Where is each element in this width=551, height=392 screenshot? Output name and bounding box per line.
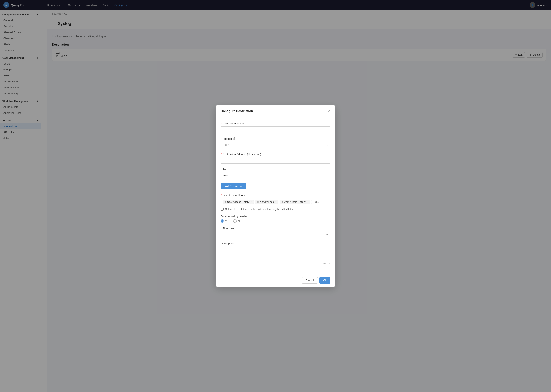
configure-destination-modal: Configure Destination × * Destination Na… (216, 105, 335, 287)
event-tag-admin-role-history: ⚙ Admin Role History × (280, 200, 310, 204)
modal-body: * Destination Name * Protocol i TCP UDP … (216, 117, 335, 274)
tag-close-user-access[interactable]: × (251, 201, 252, 203)
tag-label-user-access: User Access History (227, 201, 249, 203)
protocol-label: * Protocol i (221, 137, 330, 140)
modal-title: Configure Destination (221, 109, 253, 113)
timezone-field: * Timezone UTC America/New_York America/… (221, 227, 330, 238)
port-label: * Port (221, 168, 330, 171)
radio-no-input[interactable] (233, 219, 237, 223)
description-label: Description (221, 242, 330, 245)
tag-icon-activity: ⚙ (257, 201, 259, 203)
select-event-items-field: * Select Event Items ⚙ User Access Histo… (221, 194, 330, 211)
test-connection-group: Test Connection (221, 183, 330, 189)
destination-name-input[interactable] (221, 126, 330, 133)
destination-address-field: * Destination Address (Hostname) (221, 153, 330, 164)
tag-icon-user-access: ⚙ (224, 201, 226, 203)
protocol-select[interactable]: TCP UDP TLS (221, 142, 330, 148)
destination-address-input[interactable] (221, 157, 330, 164)
event-tag-activity-logs: ⚙ Activity Logs × (255, 200, 278, 204)
tag-close-activity[interactable]: × (275, 201, 276, 203)
timezone-select-wrapper: UTC America/New_York America/Los_Angeles… (221, 231, 330, 238)
tag-close-admin-role[interactable]: × (307, 201, 308, 203)
required-star-protocol: * (221, 137, 222, 140)
select-all-checkbox-row: Select all event items, including those … (221, 208, 330, 211)
required-star-address: * (221, 153, 222, 156)
tag-label-activity: Activity Logs (260, 201, 274, 203)
select-all-checkbox[interactable] (221, 208, 224, 211)
timezone-select[interactable]: UTC America/New_York America/Los_Angeles… (221, 231, 330, 238)
modal-header: Configure Destination × (216, 105, 335, 117)
radio-yes-input[interactable] (221, 219, 224, 223)
protocol-info-icon[interactable]: i (233, 138, 236, 140)
description-textarea[interactable] (221, 246, 330, 261)
event-tag-user-access-history: ⚙ User Access History × (223, 200, 254, 204)
port-field: * Port (221, 168, 330, 179)
select-event-items-label: * Select Event Items (221, 194, 330, 197)
tag-icon-admin-role: ⚙ (282, 201, 283, 203)
required-star: * (221, 122, 222, 125)
required-star-port: * (221, 168, 222, 171)
radio-yes[interactable]: Yes (221, 219, 229, 223)
port-input[interactable] (221, 172, 330, 179)
destination-name-field: * Destination Name (221, 122, 330, 133)
event-tags-container[interactable]: ⚙ User Access History × ⚙ Activity Logs … (221, 198, 330, 206)
select-all-label[interactable]: Select all event items, including those … (225, 208, 294, 211)
char-count: 0 / 100 (221, 262, 330, 265)
disable-syslog-header-field: Disable syslog header Yes No (221, 215, 330, 223)
radio-no-label: No (238, 219, 241, 223)
disable-syslog-label: Disable syslog header (221, 215, 330, 218)
more-tags-button[interactable]: + 3 ... (311, 200, 321, 204)
required-star-event: * (221, 194, 222, 197)
required-star-timezone: * (221, 227, 222, 230)
protocol-field: * Protocol i TCP UDP TLS (221, 137, 330, 148)
tag-label-admin-role: Admin Role History (284, 201, 306, 203)
destination-address-label: * Destination Address (Hostname) (221, 153, 330, 156)
protocol-select-wrapper: TCP UDP TLS (221, 142, 330, 148)
test-connection-button[interactable]: Test Connection (221, 183, 247, 189)
modal-close-button[interactable]: × (328, 109, 330, 113)
radio-no[interactable]: No (233, 219, 241, 223)
radio-group-syslog: Yes No (221, 219, 330, 223)
destination-name-label: * Destination Name (221, 122, 330, 125)
ok-button[interactable]: Ok (319, 277, 330, 284)
radio-yes-label: Yes (225, 219, 229, 223)
cancel-button[interactable]: Cancel (302, 277, 318, 284)
modal-overlay[interactable]: Configure Destination × * Destination Na… (0, 0, 551, 392)
modal-footer: Cancel Ok (216, 274, 335, 287)
description-field: Description 0 / 100 (221, 242, 330, 265)
timezone-label: * Timezone (221, 227, 330, 230)
